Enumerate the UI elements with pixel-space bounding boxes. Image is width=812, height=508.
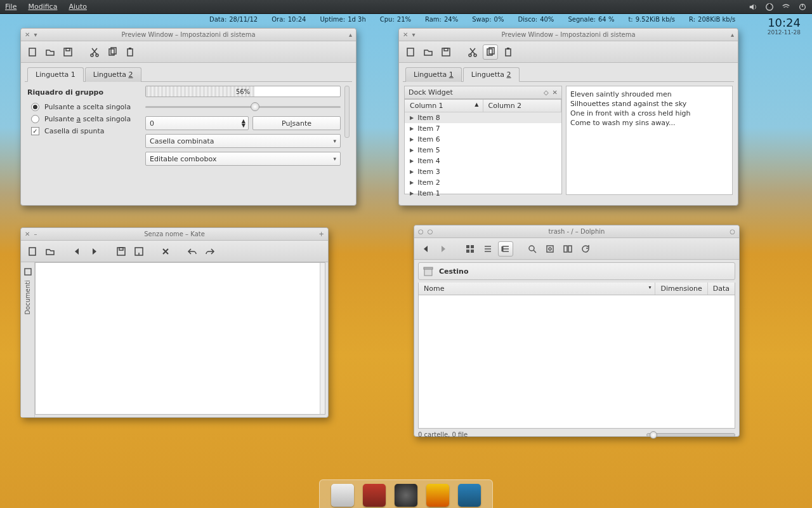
tree-item[interactable]: ▶Item 5 bbox=[405, 145, 561, 156]
svg-point-6 bbox=[96, 54, 98, 57]
svg-rect-13 bbox=[444, 48, 448, 51]
save-icon[interactable] bbox=[438, 44, 454, 60]
window-button[interactable]: ○ bbox=[730, 228, 735, 235]
dock-app-4[interactable] bbox=[426, 484, 449, 507]
dock-float-icon[interactable]: ◇ bbox=[544, 89, 549, 96]
close-doc-icon[interactable] bbox=[158, 244, 173, 259]
minimize-button[interactable]: ▴ bbox=[349, 31, 352, 38]
maximize-button[interactable]: ▾ bbox=[34, 31, 37, 38]
svg-point-15 bbox=[474, 54, 476, 57]
back-icon[interactable] bbox=[69, 244, 84, 259]
dock-widget-header[interactable]: Dock Widget ◇✕ bbox=[404, 86, 562, 99]
menu-file[interactable]: File bbox=[5, 3, 16, 11]
column-1-header[interactable]: Column 1▲ bbox=[405, 100, 483, 112]
power-icon[interactable] bbox=[765, 3, 774, 11]
tree-item[interactable]: ▶Item 7 bbox=[405, 123, 561, 134]
preview-icon[interactable] bbox=[542, 241, 558, 257]
open-icon[interactable] bbox=[421, 44, 436, 60]
reload-icon[interactable] bbox=[578, 241, 593, 257]
col-date[interactable]: Data bbox=[707, 283, 735, 295]
scrollbar[interactable] bbox=[320, 263, 325, 414]
slider[interactable] bbox=[145, 101, 341, 112]
wifi-icon[interactable] bbox=[782, 3, 790, 11]
tree-item[interactable]: ▶Item 6 bbox=[405, 134, 561, 145]
close-button[interactable]: ✕ bbox=[25, 231, 30, 237]
menu-help[interactable]: Aiuto bbox=[69, 3, 87, 11]
details-view-icon[interactable] bbox=[498, 241, 513, 257]
window-button[interactable]: ○ bbox=[418, 228, 424, 235]
new-icon[interactable] bbox=[25, 44, 40, 60]
save-as-icon[interactable] bbox=[131, 244, 147, 259]
tree-item[interactable]: ▶Item 8 bbox=[405, 112, 561, 123]
tree-item[interactable]: ▶Item 4 bbox=[405, 156, 561, 166]
push-button[interactable]: Pulsante bbox=[252, 116, 341, 130]
close-button[interactable]: ✕ bbox=[25, 31, 30, 38]
cut-icon[interactable] bbox=[87, 44, 102, 60]
new-icon[interactable] bbox=[403, 44, 418, 60]
new-tab-button[interactable]: + bbox=[319, 231, 324, 237]
maximize-button[interactable]: ▾ bbox=[412, 31, 415, 38]
undo-icon[interactable] bbox=[185, 244, 200, 259]
text-editor[interactable] bbox=[35, 262, 325, 415]
paste-icon[interactable] bbox=[122, 44, 138, 60]
redo-icon[interactable] bbox=[202, 244, 218, 259]
column-2-header[interactable]: Column 2 bbox=[483, 100, 562, 112]
open-icon[interactable] bbox=[43, 244, 58, 259]
editable-combobox[interactable]: Editable combobox bbox=[145, 152, 341, 166]
combobox[interactable]: Casella combinata bbox=[145, 134, 341, 148]
search-icon[interactable] bbox=[525, 241, 540, 257]
zoom-slider[interactable] bbox=[646, 433, 735, 437]
open-icon[interactable] bbox=[43, 44, 58, 60]
scrollbar[interactable] bbox=[344, 86, 350, 138]
text-area[interactable]: Eleven saintly shrouded men Silhouettes … bbox=[566, 86, 733, 195]
kate-sidebar[interactable]: Documenti bbox=[21, 262, 35, 417]
dock-app-5[interactable] bbox=[458, 484, 481, 507]
menu-edit[interactable]: Modifica bbox=[28, 3, 57, 11]
svg-point-29 bbox=[529, 246, 534, 251]
copy-icon[interactable] bbox=[105, 44, 120, 60]
list-view-icon[interactable] bbox=[480, 241, 495, 257]
paste-icon[interactable] bbox=[501, 44, 516, 60]
dock-close-icon[interactable]: ✕ bbox=[553, 89, 558, 96]
shutdown-icon[interactable] bbox=[798, 3, 807, 11]
tab-2[interactable]: Linguetta 2 bbox=[463, 67, 520, 82]
radio-1[interactable]: Pulsante a scelta singola bbox=[31, 103, 133, 111]
save-icon[interactable] bbox=[60, 44, 75, 60]
save-icon[interactable] bbox=[114, 244, 129, 259]
spinbox[interactable]: 0▲▼ bbox=[145, 116, 249, 130]
close-button[interactable]: ✕ bbox=[403, 31, 408, 38]
forward-icon[interactable] bbox=[87, 244, 102, 259]
window-title: Preview Window – Impostazioni di sistema bbox=[399, 31, 738, 38]
forward-icon[interactable] bbox=[436, 241, 451, 257]
volume-icon[interactable] bbox=[749, 3, 757, 11]
split-icon[interactable] bbox=[560, 241, 575, 257]
tab-1[interactable]: Linguetta 1 bbox=[405, 67, 462, 82]
minimize-button[interactable]: ▴ bbox=[731, 31, 734, 38]
checkbox[interactable]: ✓Casella di spunta bbox=[31, 127, 133, 135]
dock-app-3[interactable] bbox=[395, 484, 417, 507]
new-icon[interactable] bbox=[25, 244, 40, 259]
tab-2[interactable]: Linguetta 2 bbox=[85, 67, 141, 82]
svg-rect-22 bbox=[119, 248, 123, 250]
back-icon[interactable] bbox=[418, 241, 433, 257]
col-name[interactable]: Nome▾ bbox=[419, 283, 655, 295]
file-view[interactable] bbox=[418, 295, 735, 429]
window-button[interactable]: ○ bbox=[428, 228, 433, 235]
tree-item[interactable]: ▶Item 2 bbox=[405, 177, 561, 188]
tab-1[interactable]: Linguetta 1 bbox=[27, 67, 84, 82]
cut-icon[interactable] bbox=[465, 44, 480, 60]
radio-2[interactable]: Pulsante a scelta singola bbox=[31, 115, 133, 123]
copy-icon[interactable] bbox=[483, 44, 498, 60]
svg-rect-25 bbox=[466, 245, 469, 248]
tree-item[interactable]: ▶Item 3 bbox=[405, 166, 561, 177]
dock-app-1[interactable] bbox=[331, 484, 354, 507]
tree-item[interactable]: ▶Item 1 bbox=[405, 188, 561, 199]
tree-view[interactable]: Column 1▲ Column 2 ▶Item 8▶Item 7▶Item 6… bbox=[404, 99, 562, 194]
minimize-button[interactable]: – bbox=[34, 231, 37, 237]
col-size[interactable]: Dimensione bbox=[655, 283, 707, 295]
svg-rect-33 bbox=[568, 246, 572, 252]
dock-app-2[interactable] bbox=[363, 484, 386, 507]
svg-rect-11 bbox=[407, 48, 414, 56]
icons-view-icon[interactable] bbox=[462, 241, 478, 257]
location-bar[interactable]: Cestino bbox=[418, 262, 735, 280]
